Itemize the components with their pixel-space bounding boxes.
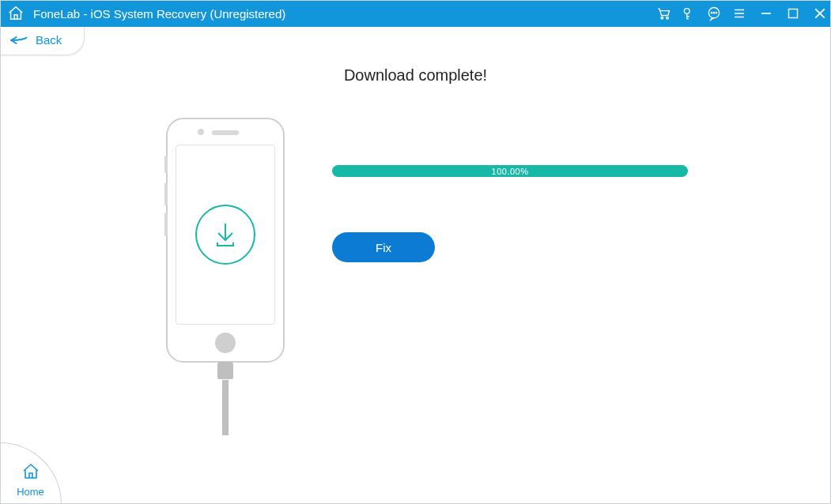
phone-body: [166, 118, 285, 363]
svg-point-0: [661, 17, 663, 20]
key-icon[interactable]: [681, 6, 697, 21]
svg-point-6: [716, 13, 716, 13]
home-corner-label: Home: [17, 486, 44, 498]
back-arrow-icon: [10, 34, 28, 47]
phone-mute-switch: [164, 156, 168, 173]
phone-cable: [222, 380, 229, 435]
progress-text: 100.00%: [492, 167, 529, 176]
fix-button-label: Fix: [376, 241, 391, 254]
svg-point-1: [667, 17, 669, 20]
svg-point-5: [713, 13, 714, 13]
main-row: 100.00% Fix: [0, 118, 831, 435]
titlebar-actions: [655, 6, 747, 21]
page-title: Download complete!: [0, 66, 831, 85]
cart-icon[interactable]: [655, 6, 671, 21]
window-title: FoneLab - iOS System Recovery (Unregiste…: [33, 7, 285, 21]
download-icon: [195, 205, 255, 265]
progress-bar: 100.00%: [332, 165, 688, 177]
back-label: Back: [36, 33, 62, 47]
fix-button[interactable]: Fix: [332, 232, 435, 262]
phone-home-button: [215, 333, 236, 353]
feedback-icon[interactable]: [706, 6, 722, 21]
phone-volume-up: [164, 182, 168, 206]
svg-rect-11: [789, 9, 798, 18]
svg-point-2: [684, 9, 689, 14]
phone-speaker: [212, 130, 239, 135]
close-button[interactable]: [814, 7, 826, 20]
menu-icon[interactable]: [731, 6, 747, 21]
home-corner-button[interactable]: Home: [0, 442, 62, 504]
back-button[interactable]: Back: [0, 27, 85, 55]
content: Download complete!: [0, 66, 831, 435]
window-controls: [760, 7, 826, 20]
svg-point-4: [711, 13, 712, 13]
phone-illustration: [150, 118, 300, 435]
minimize-button[interactable]: [760, 7, 772, 20]
back-bar: Back: [0, 27, 831, 55]
maximize-button[interactable]: [787, 7, 799, 20]
phone-camera: [198, 129, 204, 135]
home-corner-icon: [21, 462, 40, 484]
phone-screen: [176, 145, 275, 325]
phone-connector: [217, 362, 233, 379]
home-icon[interactable]: [6, 4, 25, 23]
status-column: 100.00% Fix: [332, 118, 688, 435]
titlebar: FoneLab - iOS System Recovery (Unregiste…: [0, 0, 831, 27]
phone-volume-down: [164, 213, 168, 236]
